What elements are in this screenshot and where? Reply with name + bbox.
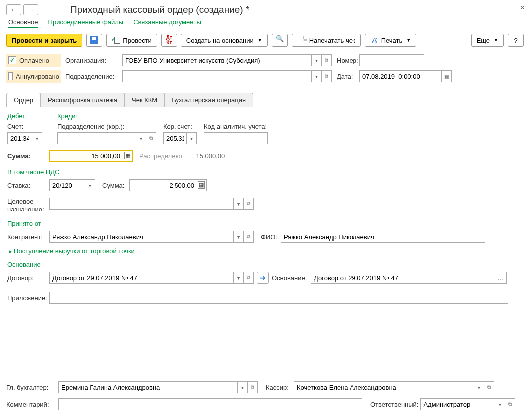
- open-icon[interactable]: ⧉: [322, 54, 332, 66]
- nav-tabs: Основное Присоединенные файлы Связанные …: [6, 18, 524, 28]
- cancelled-checkbox-row[interactable]: Аннулировано: [6, 70, 61, 83]
- debit-account-label: Счет:: [7, 123, 48, 130]
- chevron-down-icon: ▼: [494, 38, 498, 43]
- dropdown-icon[interactable]: ▾: [312, 70, 322, 82]
- basis-input[interactable]: [311, 272, 495, 284]
- save-icon: [90, 36, 98, 44]
- check-doc-icon: [112, 36, 120, 44]
- nds-sum-input[interactable]: [129, 179, 207, 191]
- basis-title: Основание: [7, 261, 523, 268]
- search-icon: [276, 36, 284, 44]
- open-icon[interactable]: ⧉: [244, 272, 254, 284]
- tab-kkm[interactable]: Чек ККМ: [124, 93, 165, 107]
- search-button[interactable]: [272, 34, 288, 47]
- tab-order[interactable]: Ордер: [6, 93, 41, 107]
- printer-icon: [370, 36, 378, 44]
- open-icon[interactable]: ⧉: [322, 70, 332, 82]
- nav-tab-related[interactable]: Связанные документы: [133, 18, 201, 28]
- dk-icon: [166, 35, 172, 45]
- date-label: Дата:: [332, 73, 359, 80]
- date-input[interactable]: [359, 70, 442, 82]
- cashier-input[interactable]: [294, 381, 474, 393]
- dropdown-icon[interactable]: ▾: [495, 398, 505, 410]
- nav-tab-files[interactable]: Присоединенные файлы: [48, 18, 124, 28]
- num-input[interactable]: [359, 54, 424, 66]
- open-icon[interactable]: ⧉: [146, 132, 156, 144]
- nds-rate-input[interactable]: [49, 179, 85, 191]
- nav-tab-main[interactable]: Основное: [8, 18, 38, 28]
- responsible-input[interactable]: [420, 398, 495, 410]
- calc-icon[interactable]: ▦: [198, 181, 205, 189]
- analytic-label: Код аналитич. учета:: [204, 123, 268, 130]
- open-icon[interactable]: ⧉: [244, 231, 254, 243]
- open-icon[interactable]: ⧉: [505, 398, 515, 410]
- dropdown-icon[interactable]: ▾: [187, 132, 197, 144]
- dropdown-icon[interactable]: ▾: [234, 231, 244, 243]
- dropdown-icon[interactable]: ▾: [238, 381, 248, 393]
- credit-title: Кредит: [57, 112, 268, 120]
- cancelled-checkbox[interactable]: [8, 72, 13, 80]
- analytic-input[interactable]: [204, 132, 268, 144]
- credit-dept-label: Подразделение (кор.):: [57, 123, 156, 130]
- basis-field-label: Основание:: [272, 274, 311, 282]
- print-button[interactable]: Печать▼: [365, 34, 417, 47]
- fio-input[interactable]: [281, 231, 485, 243]
- post-button[interactable]: Провести: [106, 34, 157, 47]
- sum-input[interactable]: [49, 150, 133, 162]
- nav-back-button[interactable]: ←: [6, 4, 21, 15]
- post-and-close-button[interactable]: Провести и закрыть: [6, 34, 82, 47]
- dropdown-icon[interactable]: ▾: [474, 381, 484, 393]
- nav-forward-button[interactable]: →: [23, 4, 38, 15]
- more-button[interactable]: Еще▼: [471, 34, 504, 47]
- debit-account-input[interactable]: [7, 132, 32, 144]
- distributed-label: Распределено:: [139, 152, 184, 160]
- create-based-button[interactable]: Создать на основании▼: [181, 34, 268, 47]
- toolbar: Провести и закрыть Провести Создать на о…: [6, 34, 524, 47]
- responsible-label: Ответственный:: [370, 401, 418, 408]
- dropdown-icon[interactable]: ▾: [32, 132, 42, 144]
- accountant-input[interactable]: [58, 381, 238, 393]
- open-icon[interactable]: ⧉: [248, 381, 258, 393]
- dropdown-icon[interactable]: ▾: [234, 198, 244, 210]
- dropdown-icon[interactable]: ▾: [85, 179, 95, 191]
- credit-dept-input[interactable]: [57, 132, 136, 144]
- comment-label: Комментарий:: [6, 401, 56, 408]
- contract-input[interactable]: [49, 272, 234, 284]
- paid-checkbox-row[interactable]: ✓ Оплачено: [6, 54, 61, 67]
- credit-account-label: Кор. счет:: [163, 123, 197, 130]
- tab-acc-op[interactable]: Бухгалтерская операция: [164, 93, 253, 107]
- paid-checkbox[interactable]: ✓: [8, 56, 16, 64]
- tab-breakdown[interactable]: Расшифровка платежа: [40, 93, 125, 107]
- dropdown-icon[interactable]: ▾: [136, 132, 146, 144]
- calendar-icon[interactable]: ▦: [442, 70, 452, 82]
- paid-label: Оплачено: [19, 57, 49, 64]
- open-icon[interactable]: ⧉: [484, 381, 494, 393]
- expand-link[interactable]: Поступление выручки от торговой точки: [9, 247, 523, 255]
- contractor-input[interactable]: [49, 231, 234, 243]
- org-input[interactable]: [122, 54, 312, 66]
- cashier-label: Кассир:: [266, 384, 292, 391]
- close-icon[interactable]: ×: [520, 3, 525, 12]
- dots-button[interactable]: …: [495, 272, 507, 284]
- purpose-input[interactable]: [49, 198, 234, 210]
- fio-label: ФИО:: [261, 233, 281, 241]
- dropdown-icon[interactable]: ▾: [234, 272, 244, 284]
- comment-input[interactable]: [58, 398, 362, 410]
- dept-input[interactable]: [122, 70, 312, 82]
- credit-account-input[interactable]: [163, 132, 187, 144]
- open-icon[interactable]: ⧉: [244, 198, 254, 210]
- save-button[interactable]: [86, 34, 102, 47]
- accountant-label: Гл. бухгалтер:: [6, 384, 56, 391]
- dropdown-icon[interactable]: ▾: [312, 54, 322, 66]
- document-window: × ← → Приходный кассовый ордер (создание…: [0, 0, 530, 420]
- help-button[interactable]: ?: [508, 34, 524, 47]
- attachment-input[interactable]: [49, 292, 508, 304]
- calc-icon[interactable]: ▦: [124, 152, 131, 159]
- num-label: Номер:: [332, 57, 359, 64]
- dk-button[interactable]: [161, 34, 177, 47]
- arrow-right-icon[interactable]: ➜: [257, 272, 269, 284]
- debit-title: Дебет: [7, 112, 48, 120]
- contract-label: Договор:: [7, 274, 49, 282]
- print-receipt-button[interactable]: Напечатать чек: [292, 34, 361, 47]
- page-title: Приходный кассовый ордер (создание) *: [70, 4, 249, 15]
